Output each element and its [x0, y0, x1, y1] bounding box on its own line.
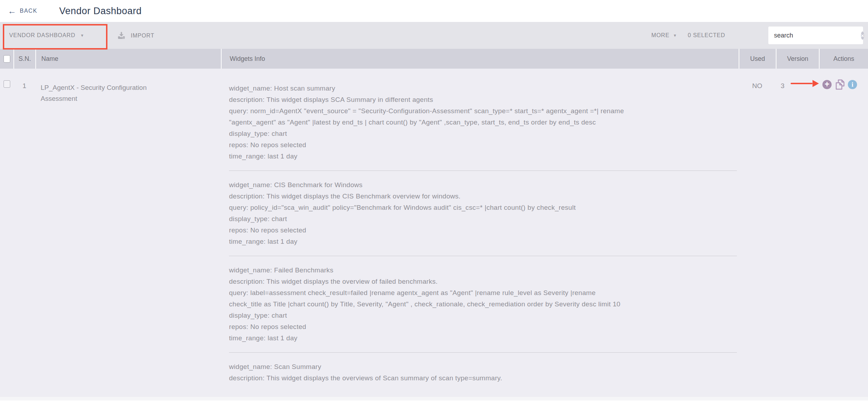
back-label: BACK: [20, 8, 37, 14]
back-button[interactable]: ← BACK: [8, 7, 37, 15]
dashboard-selector-dropdown[interactable]: VENDOR DASHBOARD ▼: [9, 32, 84, 39]
close-icon: ×: [861, 33, 864, 38]
field-label: widget_name:: [229, 181, 272, 189]
field-label: repos:: [229, 323, 248, 330]
field-label: description:: [229, 278, 265, 285]
copy-button[interactable]: [833, 79, 847, 90]
toolbar: VENDOR DASHBOARD ▼ IMPORT MORE ▼ 0 SELEC…: [0, 22, 868, 49]
add-button[interactable]: +: [822, 80, 832, 89]
widget-query-value: norm_id=AgentX "event_source" = "Securit…: [229, 107, 624, 126]
version-value: 3: [776, 69, 819, 90]
field-label: display_type:: [229, 312, 270, 319]
widget-name-value: Host scan summary: [274, 85, 335, 92]
widget-description-value: This widget displays the overview of fai…: [266, 278, 438, 285]
widget-name-value: CIS Benchmark for Windows: [274, 181, 363, 189]
widget-repos-value: No repos selected: [250, 323, 306, 330]
widget-display-type-value: chart: [271, 312, 287, 319]
field-label: display_type:: [229, 130, 270, 137]
import-label: IMPORT: [131, 32, 154, 39]
page-title: Vendor Dashboard: [59, 6, 142, 17]
search-input[interactable]: [768, 27, 861, 44]
field-label: widget_name:: [229, 363, 272, 370]
select-all-checkbox[interactable]: [4, 55, 10, 63]
dashboard-name: LP_AgentX - Security Configuration Asses…: [41, 82, 175, 104]
info-button[interactable]: i: [848, 80, 857, 89]
actions-group: + i: [822, 79, 857, 90]
actions-cell: + i: [819, 69, 868, 90]
column-header-widgets-info: Widgets Info: [221, 49, 739, 69]
table-body: 1 LP_AgentX - Security Configuration Ass…: [0, 69, 868, 400]
field-label: description:: [229, 96, 265, 103]
dashboard-selector-label: VENDOR DASHBOARD: [9, 32, 75, 39]
widget-query-value: policy_id="sca_win_audit" policy="Benchm…: [250, 204, 576, 211]
field-label: repos:: [229, 226, 248, 234]
field-label: time_range:: [229, 152, 266, 160]
column-header-used: Used: [739, 49, 776, 69]
column-header-sn: S.N.: [13, 49, 35, 69]
widget-description-value: This widget displays SCA Summary in diff…: [266, 96, 433, 103]
clear-search-button[interactable]: ×: [861, 31, 864, 40]
widget-display-type-value: chart: [271, 215, 287, 223]
widget-info-block: widget_name: Failed Benchmarks descripti…: [229, 256, 737, 353]
import-icon: [117, 31, 126, 40]
field-label: description:: [229, 374, 265, 382]
field-label: query:: [229, 204, 248, 211]
widget-time-range-value: last 1 day: [268, 152, 297, 160]
widget-repos-value: No repos selected: [250, 141, 306, 149]
table-header: S.N. Name Widgets Info Used Version Acti…: [0, 49, 868, 69]
widgets-info-cell: widget_name: Host scan summary descripti…: [221, 69, 739, 392]
search-box: ×: [768, 27, 863, 44]
widget-info-block: widget_name: Host scan summary descripti…: [229, 83, 737, 171]
more-dropdown[interactable]: MORE ▼: [651, 32, 677, 39]
widget-time-range-value: last 1 day: [268, 334, 297, 342]
widget-info-block: widget_name: Scan Summary description: T…: [229, 353, 737, 392]
column-header-name: Name: [35, 49, 221, 69]
field-label: time_range:: [229, 238, 266, 245]
app-root: ← BACK Vendor Dashboard VENDOR DASHBOARD…: [0, 0, 868, 404]
widget-name-value: Scan Summary: [274, 363, 321, 370]
info-icon-glyph: i: [851, 81, 853, 88]
widget-time-range-value: last 1 day: [268, 238, 297, 245]
field-label: widget_name:: [229, 85, 272, 92]
field-label: widget_name:: [229, 266, 272, 274]
used-value: NO: [739, 69, 776, 90]
field-label: display_type:: [229, 215, 270, 223]
field-label: query:: [229, 289, 248, 296]
widget-display-type-value: chart: [271, 130, 287, 137]
column-header-version: Version: [776, 49, 819, 69]
selected-count: 0 SELECTED: [688, 32, 725, 39]
widget-name-value: Failed Benchmarks: [274, 266, 334, 274]
bottom-edge: [0, 397, 868, 400]
field-label: query:: [229, 107, 248, 115]
widget-description-value: This widget displays the CIS Benchmark o…: [266, 192, 461, 200]
widget-repos-value: No repos selected: [250, 226, 306, 234]
import-button[interactable]: IMPORT: [117, 31, 154, 40]
widget-description-value: This widget displays the overviews of Sc…: [266, 374, 502, 382]
row-serial-number: 1: [13, 69, 35, 90]
row-checkbox[interactable]: [4, 80, 10, 88]
back-arrow-icon: ←: [8, 7, 16, 15]
table-row: 1 LP_AgentX - Security Configuration Ass…: [0, 69, 868, 392]
column-header-actions: Actions: [819, 49, 868, 69]
page-header: ← BACK Vendor Dashboard: [0, 0, 868, 22]
widget-query-value: label=assessment check_result=failed |re…: [229, 289, 620, 308]
chevron-down-icon: ▼: [673, 34, 677, 37]
field-label: time_range:: [229, 334, 266, 342]
widget-info-block: widget_name: CIS Benchmark for Windows d…: [229, 171, 737, 256]
field-label: repos:: [229, 141, 248, 149]
field-label: description:: [229, 192, 265, 200]
copy-icon: [834, 79, 846, 90]
more-label: MORE: [651, 32, 669, 39]
chevron-down-icon: ▼: [80, 34, 84, 37]
